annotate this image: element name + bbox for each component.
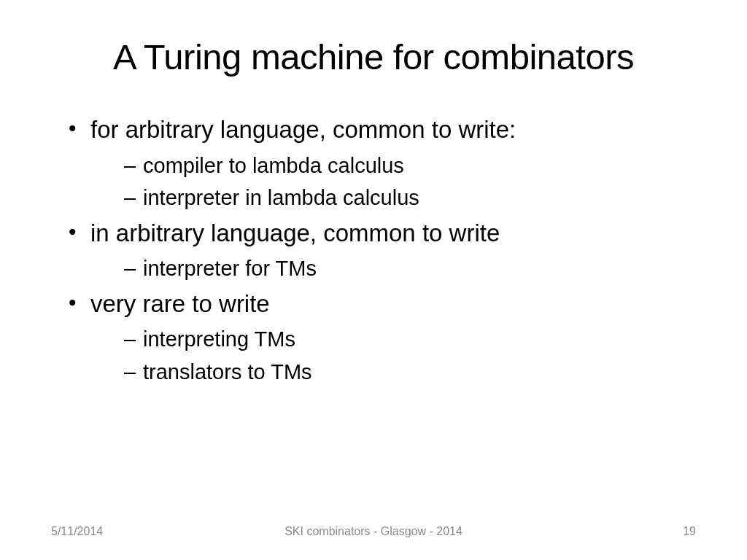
slide-title: A Turing machine for combinators [51, 36, 696, 77]
slide-content: for arbitrary language, common to write:… [51, 114, 696, 531]
sub-bullet-item: translators to TMs [124, 357, 696, 387]
sub-bullet-item: interpreter in lambda calculus [124, 183, 696, 213]
sub-bullet-item: compiler to lambda calculus [124, 151, 696, 181]
bullet-item: very rare to write interpreting TMs tran… [69, 288, 696, 387]
bullet-text: in arbitrary language, common to write [90, 219, 500, 246]
slide: A Turing machine for combinators for arb… [0, 0, 747, 560]
slide-footer: 5/11/2014 SKI combinators - Glasgow - 20… [0, 525, 747, 538]
bullet-item: for arbitrary language, common to write:… [69, 114, 696, 213]
sub-bullet-list: compiler to lambda calculus interpreter … [90, 151, 696, 213]
bullet-list: for arbitrary language, common to write:… [51, 114, 696, 387]
sub-bullet-list: interpreting TMs translators to TMs [90, 324, 696, 386]
sub-bullet-list: interpreter for TMs [90, 254, 696, 284]
footer-center: SKI combinators - Glasgow - 2014 [285, 525, 462, 538]
footer-page-number: 19 [683, 525, 696, 538]
footer-date: 5/11/2014 [51, 525, 103, 538]
bullet-text: very rare to write [90, 290, 270, 317]
sub-bullet-item: interpreter for TMs [124, 254, 696, 284]
bullet-text: for arbitrary language, common to write: [90, 116, 516, 143]
sub-bullet-item: interpreting TMs [124, 324, 696, 354]
bullet-item: in arbitrary language, common to write i… [69, 217, 696, 284]
